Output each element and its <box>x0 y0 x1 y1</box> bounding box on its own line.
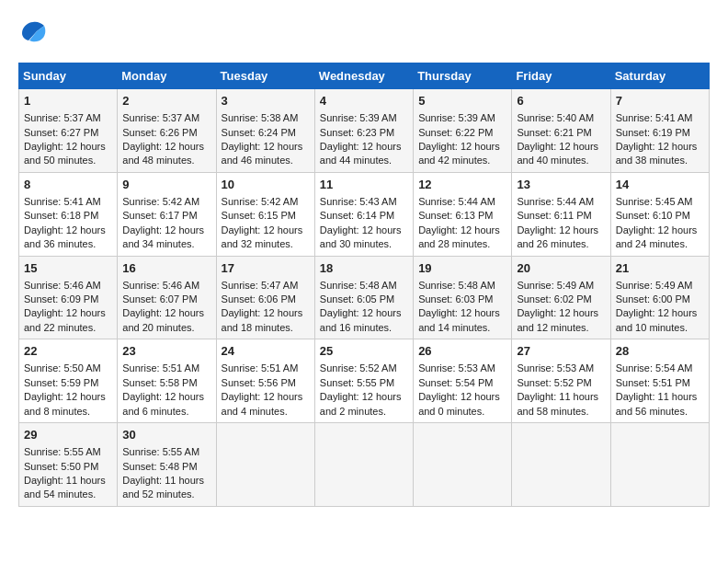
cell-info-line: Sunrise: 5:37 AM <box>122 111 210 125</box>
calendar-cell: 21Sunrise: 5:49 AMSunset: 6:00 PMDayligh… <box>610 256 709 339</box>
day-number: 12 <box>418 177 506 193</box>
cell-info-line: and 38 minutes. <box>616 154 704 167</box>
cell-info-line: Daylight: 11 hours <box>122 474 210 488</box>
cell-info-line: and 0 minutes. <box>418 405 506 419</box>
cell-info-line: and 48 minutes. <box>122 154 210 167</box>
cell-info-line: and 6 minutes. <box>122 405 210 419</box>
cell-info-line: Sunset: 6:24 PM <box>222 126 310 140</box>
cell-info-line: Sunrise: 5:55 AM <box>24 445 112 459</box>
calendar-cell: 16Sunrise: 5:46 AMSunset: 6:07 PMDayligh… <box>118 256 216 339</box>
calendar-cell: 29Sunrise: 5:55 AMSunset: 5:50 PMDayligh… <box>19 423 118 507</box>
cell-info-line: Sunset: 6:21 PM <box>517 126 605 140</box>
cell-info-line: and 22 minutes. <box>24 321 112 335</box>
cell-info-line: Daylight: 12 hours <box>24 140 112 154</box>
cell-info-line: Daylight: 12 hours <box>517 224 605 237</box>
cell-info-line: Sunset: 6:13 PM <box>418 209 506 223</box>
cell-info-line: Daylight: 12 hours <box>122 306 210 320</box>
cell-info-line: Sunrise: 5:47 AM <box>222 279 310 293</box>
calendar-cell: 15Sunrise: 5:46 AMSunset: 6:09 PMDayligh… <box>19 256 118 339</box>
cell-info-line: Sunset: 5:56 PM <box>222 376 310 390</box>
column-header-sunday: Sunday <box>19 63 118 89</box>
calendar-cell: 12Sunrise: 5:44 AMSunset: 6:13 PMDayligh… <box>414 172 512 256</box>
cell-info-line: Daylight: 11 hours <box>517 390 605 404</box>
day-number: 6 <box>517 93 605 109</box>
cell-info-line: Daylight: 12 hours <box>222 306 310 320</box>
cell-info-line: Daylight: 12 hours <box>517 306 605 320</box>
cell-info-line: Sunset: 6:02 PM <box>517 293 605 306</box>
cell-info-line: Sunset: 5:48 PM <box>122 460 210 474</box>
calendar-cell <box>610 423 709 507</box>
cell-info-line: Sunset: 6:05 PM <box>320 293 408 306</box>
day-number: 7 <box>616 93 704 109</box>
week-row-2: 15Sunrise: 5:46 AMSunset: 6:09 PMDayligh… <box>19 256 710 339</box>
cell-info-line: and 58 minutes. <box>517 405 605 419</box>
cell-info-line: and 20 minutes. <box>122 321 210 335</box>
cell-info-line: Sunrise: 5:55 AM <box>122 445 210 459</box>
cell-info-line: Daylight: 12 hours <box>418 140 506 154</box>
cell-info-line: and 32 minutes. <box>222 237 310 251</box>
cell-info-line: Sunset: 5:58 PM <box>122 376 210 390</box>
day-number: 27 <box>517 343 605 360</box>
cell-info-line: Sunrise: 5:45 AM <box>616 195 704 209</box>
day-number: 24 <box>222 343 310 360</box>
cell-info-line: Sunset: 5:59 PM <box>24 376 112 390</box>
cell-info-line: and 34 minutes. <box>122 237 210 251</box>
calendar-cell: 28Sunrise: 5:54 AMSunset: 5:51 PMDayligh… <box>610 339 709 423</box>
cell-info-line: Sunset: 6:17 PM <box>122 209 210 223</box>
cell-info-line: Daylight: 12 hours <box>616 224 704 237</box>
day-number: 11 <box>320 177 408 193</box>
cell-info-line: and 26 minutes. <box>517 237 605 251</box>
day-number: 17 <box>222 260 310 277</box>
cell-info-line: Sunrise: 5:53 AM <box>517 362 605 375</box>
cell-info-line: and 10 minutes. <box>616 321 704 335</box>
day-number: 5 <box>418 93 506 109</box>
cell-info-line: Daylight: 12 hours <box>320 390 408 404</box>
calendar-table: SundayMondayTuesdayWednesdayThursdayFrid… <box>18 63 710 507</box>
cell-info-line: Daylight: 12 hours <box>320 140 408 154</box>
calendar-cell <box>216 423 314 507</box>
cell-info-line: Sunset: 6:14 PM <box>320 209 408 223</box>
cell-info-line: Daylight: 11 hours <box>24 474 112 488</box>
cell-info-line: Daylight: 12 hours <box>222 140 310 154</box>
day-number: 21 <box>616 260 704 277</box>
day-number: 10 <box>222 177 310 193</box>
cell-info-line: Sunset: 6:27 PM <box>24 126 112 140</box>
cell-info-line: Sunrise: 5:46 AM <box>24 279 112 293</box>
calendar-cell: 27Sunrise: 5:53 AMSunset: 5:52 PMDayligh… <box>512 339 610 423</box>
day-number: 19 <box>418 260 506 277</box>
cell-info-line: Sunrise: 5:51 AM <box>222 362 310 375</box>
cell-info-line: Sunset: 6:09 PM <box>24 293 112 306</box>
calendar-cell: 10Sunrise: 5:42 AMSunset: 6:15 PMDayligh… <box>216 172 314 256</box>
cell-info-line: Sunrise: 5:41 AM <box>24 195 112 209</box>
day-number: 2 <box>122 93 210 109</box>
cell-info-line: Sunset: 6:18 PM <box>24 209 112 223</box>
day-number: 15 <box>24 260 112 277</box>
cell-info-line: Sunrise: 5:51 AM <box>122 362 210 375</box>
cell-info-line: Daylight: 12 hours <box>24 306 112 320</box>
calendar-cell: 3Sunrise: 5:38 AMSunset: 6:24 PMDaylight… <box>216 89 314 173</box>
calendar-cell: 19Sunrise: 5:48 AMSunset: 6:03 PMDayligh… <box>414 256 512 339</box>
cell-info-line: Daylight: 12 hours <box>122 140 210 154</box>
day-number: 20 <box>517 260 605 277</box>
day-number: 3 <box>222 93 310 109</box>
calendar-cell: 26Sunrise: 5:53 AMSunset: 5:54 PMDayligh… <box>414 339 512 423</box>
cell-info-line: Sunrise: 5:42 AM <box>222 195 310 209</box>
cell-info-line: and 18 minutes. <box>222 321 310 335</box>
calendar-cell <box>512 423 610 507</box>
cell-info-line: Sunrise: 5:38 AM <box>222 111 310 125</box>
cell-info-line: Sunrise: 5:53 AM <box>418 362 506 375</box>
calendar-cell: 22Sunrise: 5:50 AMSunset: 5:59 PMDayligh… <box>19 339 118 423</box>
cell-info-line: Sunset: 5:54 PM <box>418 376 506 390</box>
cell-info-line: Daylight: 12 hours <box>517 140 605 154</box>
page-header <box>18 18 710 48</box>
calendar-cell: 8Sunrise: 5:41 AMSunset: 6:18 PMDaylight… <box>19 172 118 256</box>
logo-icon <box>18 18 48 48</box>
day-number: 9 <box>122 177 210 193</box>
week-row-4: 29Sunrise: 5:55 AMSunset: 5:50 PMDayligh… <box>19 423 710 507</box>
cell-info-line: Sunrise: 5:39 AM <box>418 111 506 125</box>
column-header-thursday: Thursday <box>414 63 512 89</box>
cell-info-line: and 50 minutes. <box>24 154 112 167</box>
cell-info-line: and 8 minutes. <box>24 405 112 419</box>
calendar-cell: 20Sunrise: 5:49 AMSunset: 6:02 PMDayligh… <box>512 256 610 339</box>
column-header-saturday: Saturday <box>610 63 709 89</box>
